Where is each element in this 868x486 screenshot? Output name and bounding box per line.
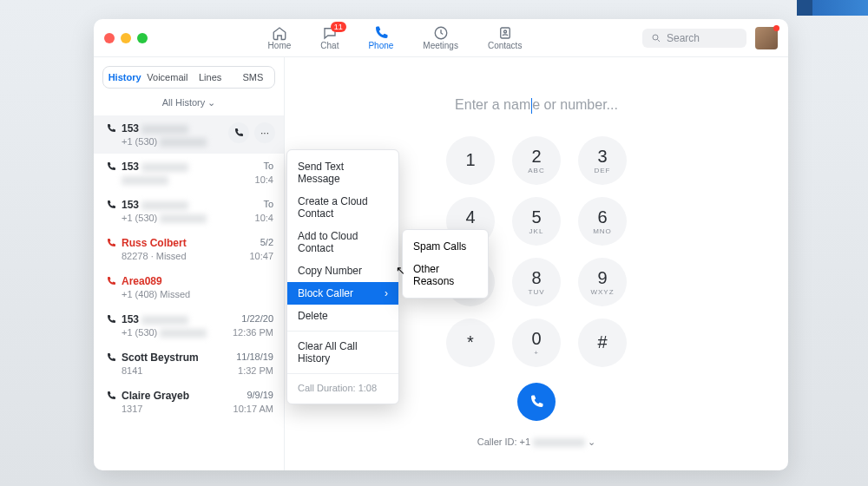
keypad-key-5[interactable]: 5JKL [512,197,561,246]
caller-number: +1 (530) [122,213,273,223]
menu-item[interactable]: Delete [287,305,398,327]
profile-avatar[interactable] [755,27,778,49]
top-nav: Home 11 Chat Phone Meetings Contacts [148,25,642,50]
menu-item[interactable]: Send Text Message [287,155,398,190]
call-history-row[interactable]: Claire Grayeb13179/9/1910:17 AM [94,383,284,421]
chat-icon: 11 [322,25,338,41]
submenu-item[interactable]: Other Reasons [403,258,488,292]
caller-number [122,174,273,185]
nav-contacts-label: Contacts [488,41,522,50]
keypad-key-8[interactable]: 8TUV [512,258,561,306]
nav-phone[interactable]: Phone [368,25,393,50]
keypad-key-2[interactable]: 2ABC [512,136,561,185]
search-icon [651,33,661,43]
dial-input[interactable]: Enter a name or number... [455,97,618,114]
cursor-icon: ↖ [396,264,405,277]
caller-name: Claire Grayeb [122,390,189,402]
keypad-key-*[interactable]: * [446,319,495,367]
search-input[interactable]: Search [642,29,746,48]
nav-home[interactable]: Home [268,25,292,50]
contacts-icon [497,25,513,41]
caller-name: Scott Beystrum [122,351,199,364]
keypad-key-6[interactable]: 6MNO [578,197,627,246]
svg-point-3 [653,35,658,40]
svg-point-2 [503,30,506,33]
call-date: To [263,161,273,171]
keypad-key-0[interactable]: 0+ [512,319,561,367]
keypad-key-1[interactable]: 1 [446,136,495,185]
call-date: To [263,199,273,209]
call-history-row[interactable]: Russ Colbert82278 · Missed5/210:47 [94,230,284,268]
more-options-button[interactable]: ··· [254,122,275,143]
nav-chat-label: Chat [320,41,339,50]
call-time: 1:32 PM [238,365,273,376]
call-history-row[interactable]: Area089+1 (408) Missed [94,268,284,306]
tab-sms[interactable]: SMS [232,67,274,88]
call-date: 9/9/19 [247,390,273,400]
chat-badge: 11 [331,22,346,32]
call-direction-icon [106,314,116,325]
phone-icon [529,394,544,410]
context-menu: Send Text MessageCreate a Cloud ContactA… [286,149,399,404]
call-direction-icon [106,391,116,401]
call-history-row[interactable]: 153 +1 (530) To10:4 [94,192,284,230]
nav-meetings-label: Meetings [423,41,458,50]
call-back-button[interactable] [228,122,249,143]
fullscreen-window-button[interactable] [137,33,148,43]
keypad-key-#[interactable]: # [578,319,627,367]
left-panel: History Voicemail Lines SMS All History … [94,57,285,470]
search-placeholder: Search [667,32,700,44]
menu-item[interactable]: Create a Cloud Contact [287,190,398,225]
call-direction-icon [106,200,116,210]
history-filter[interactable]: All History ⌄ [94,97,284,108]
chevron-right-icon: › [385,287,388,299]
caller-id[interactable]: Caller ID: +1 ⌄ [477,437,596,448]
tab-lines[interactable]: Lines [189,67,232,88]
caller-name: 153 [122,313,188,325]
call-history-list: 153 +1 (530) ···153 To10:4153 +1 (530) T… [94,115,284,470]
call-time: 10:4 [255,213,273,223]
call-history-row[interactable]: Scott Beystrum814111/18/191:32 PM [94,345,284,383]
nav-phone-label: Phone [368,41,393,50]
call-direction-icon [106,352,116,363]
call-date: 1/22/20 [241,313,273,324]
phone-tabs: History Voicemail Lines SMS [102,66,275,89]
caller-name: Russ Colbert [122,237,187,249]
nav-contacts[interactable]: Contacts [488,25,522,50]
keypad-key-9[interactable]: 9WXYZ [578,258,627,306]
nav-home-label: Home [268,41,292,50]
caller-name: 153 [122,199,188,211]
call-direction-icon [106,161,116,172]
caller-number: +1 (408) Missed [122,289,273,299]
call-history-row[interactable]: 153 To10:4 [94,154,284,192]
block-caller-submenu: Spam CallsOther Reasons [402,229,489,299]
caller-name: Area089 [122,275,162,287]
call-direction-icon [106,238,116,248]
window-controls [104,33,148,43]
nav-meetings[interactable]: Meetings [423,25,458,50]
menu-item[interactable]: Add to Cloud Contact [287,225,398,259]
call-time: 10:47 [249,251,273,261]
tab-history[interactable]: History [103,67,146,88]
phone-icon [373,25,389,41]
nav-chat[interactable]: 11 Chat [320,25,339,50]
submenu-item[interactable]: Spam Calls [403,235,488,258]
screenshare-thumbnail [797,0,868,16]
menu-item[interactable]: Copy Number [287,259,398,282]
caller-name: 153 [122,161,188,173]
call-time: 12:36 PM [233,327,273,338]
keypad-key-3[interactable]: 3DEF [578,136,627,185]
call-time: 10:17 AM [233,404,273,414]
call-direction-icon [106,123,116,134]
titlebar: Home 11 Chat Phone Meetings Contacts [94,19,788,57]
call-button[interactable] [517,383,556,421]
clock-icon [433,25,449,41]
call-history-row[interactable]: 153 +1 (530) ··· [94,115,284,154]
close-window-button[interactable] [104,33,115,43]
menu-item-clear-history[interactable]: Clear All Call History [287,335,398,370]
call-date: 5/2 [260,237,273,247]
tab-voicemail[interactable]: Voicemail [146,67,188,88]
menu-item[interactable]: Block Caller› [287,282,398,305]
call-history-row[interactable]: 153 +1 (530) 1/22/2012:36 PM [94,306,284,345]
minimize-window-button[interactable] [121,33,131,43]
